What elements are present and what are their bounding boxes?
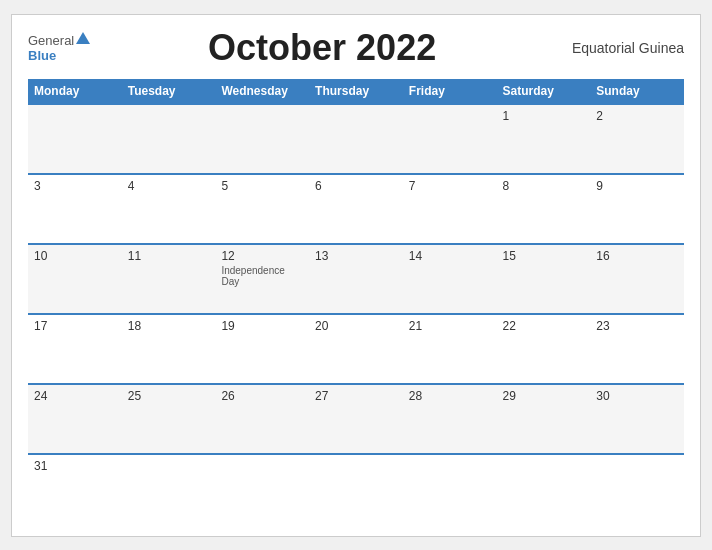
calendar-cell (215, 454, 309, 524)
day-number: 13 (315, 249, 397, 263)
calendar-cell: 30 (590, 384, 684, 454)
day-number: 22 (503, 319, 585, 333)
calendar-cell: 8 (497, 174, 591, 244)
calendar-cell: 21 (403, 314, 497, 384)
day-number: 26 (221, 389, 303, 403)
event-label: Independence Day (221, 265, 303, 287)
day-number: 18 (128, 319, 210, 333)
day-number: 24 (34, 389, 116, 403)
calendar-cell (309, 104, 403, 174)
day-number: 23 (596, 319, 678, 333)
calendar-grid: MondayTuesdayWednesdayThursdayFridaySatu… (28, 79, 684, 524)
calendar-cell (122, 104, 216, 174)
calendar-cell (309, 454, 403, 524)
logo-blue-text: Blue (28, 48, 56, 63)
calendar-cell: 24 (28, 384, 122, 454)
calendar-cell (403, 104, 497, 174)
weekday-header-friday: Friday (403, 79, 497, 104)
calendar-container: General Blue October 2022 Equatorial Gui… (11, 14, 701, 537)
week-row-3: 101112Independence Day13141516 (28, 244, 684, 314)
calendar-cell: 25 (122, 384, 216, 454)
calendar-cell: 23 (590, 314, 684, 384)
day-number: 29 (503, 389, 585, 403)
calendar-cell: 22 (497, 314, 591, 384)
week-row-6: 31 (28, 454, 684, 524)
day-number: 10 (34, 249, 116, 263)
weekday-header-wednesday: Wednesday (215, 79, 309, 104)
day-number: 7 (409, 179, 491, 193)
calendar-cell: 9 (590, 174, 684, 244)
calendar-cell: 20 (309, 314, 403, 384)
weekday-header-saturday: Saturday (497, 79, 591, 104)
calendar-body: 123456789101112Independence Day131415161… (28, 104, 684, 524)
calendar-cell: 4 (122, 174, 216, 244)
calendar-cell (590, 454, 684, 524)
calendar-cell: 5 (215, 174, 309, 244)
calendar-cell: 10 (28, 244, 122, 314)
calendar-cell (28, 104, 122, 174)
weekday-header-tuesday: Tuesday (122, 79, 216, 104)
day-number: 27 (315, 389, 397, 403)
calendar-cell (122, 454, 216, 524)
calendar-cell: 3 (28, 174, 122, 244)
weekday-header-monday: Monday (28, 79, 122, 104)
calendar-cell: 26 (215, 384, 309, 454)
day-number: 15 (503, 249, 585, 263)
country-label: Equatorial Guinea (554, 40, 684, 56)
day-number: 28 (409, 389, 491, 403)
week-row-4: 17181920212223 (28, 314, 684, 384)
day-number: 11 (128, 249, 210, 263)
calendar-cell: 11 (122, 244, 216, 314)
calendar-cell: 17 (28, 314, 122, 384)
calendar-header: General Blue October 2022 Equatorial Gui… (28, 27, 684, 69)
day-number: 12 (221, 249, 303, 263)
calendar-cell: 27 (309, 384, 403, 454)
day-number: 19 (221, 319, 303, 333)
week-row-1: 12 (28, 104, 684, 174)
calendar-cell (497, 454, 591, 524)
weekday-header-thursday: Thursday (309, 79, 403, 104)
week-row-5: 24252627282930 (28, 384, 684, 454)
calendar-cell: 6 (309, 174, 403, 244)
calendar-cell: 15 (497, 244, 591, 314)
calendar-cell (215, 104, 309, 174)
calendar-cell: 16 (590, 244, 684, 314)
day-number: 2 (596, 109, 678, 123)
weekday-header-sunday: Sunday (590, 79, 684, 104)
calendar-cell: 12Independence Day (215, 244, 309, 314)
day-number: 3 (34, 179, 116, 193)
calendar-cell: 7 (403, 174, 497, 244)
day-number: 8 (503, 179, 585, 193)
day-number: 21 (409, 319, 491, 333)
day-number: 4 (128, 179, 210, 193)
logo-area: General Blue (28, 33, 90, 63)
logo-line-top: General (28, 33, 90, 48)
logo-general-text: General (28, 33, 74, 48)
day-number: 25 (128, 389, 210, 403)
day-number: 6 (315, 179, 397, 193)
day-number: 9 (596, 179, 678, 193)
logo-triangle-icon (76, 32, 90, 44)
calendar-title: October 2022 (90, 27, 554, 69)
calendar-cell: 31 (28, 454, 122, 524)
day-number: 14 (409, 249, 491, 263)
day-number: 31 (34, 459, 116, 473)
day-number: 16 (596, 249, 678, 263)
calendar-cell: 2 (590, 104, 684, 174)
day-number: 30 (596, 389, 678, 403)
calendar-cell: 14 (403, 244, 497, 314)
logo-line-bottom: Blue (28, 48, 56, 63)
calendar-cell: 28 (403, 384, 497, 454)
day-number: 5 (221, 179, 303, 193)
weekday-header-row: MondayTuesdayWednesdayThursdayFridaySatu… (28, 79, 684, 104)
calendar-cell: 29 (497, 384, 591, 454)
week-row-2: 3456789 (28, 174, 684, 244)
calendar-cell: 1 (497, 104, 591, 174)
day-number: 20 (315, 319, 397, 333)
calendar-cell (403, 454, 497, 524)
day-number: 17 (34, 319, 116, 333)
calendar-cell: 13 (309, 244, 403, 314)
day-number: 1 (503, 109, 585, 123)
calendar-cell: 18 (122, 314, 216, 384)
calendar-cell: 19 (215, 314, 309, 384)
